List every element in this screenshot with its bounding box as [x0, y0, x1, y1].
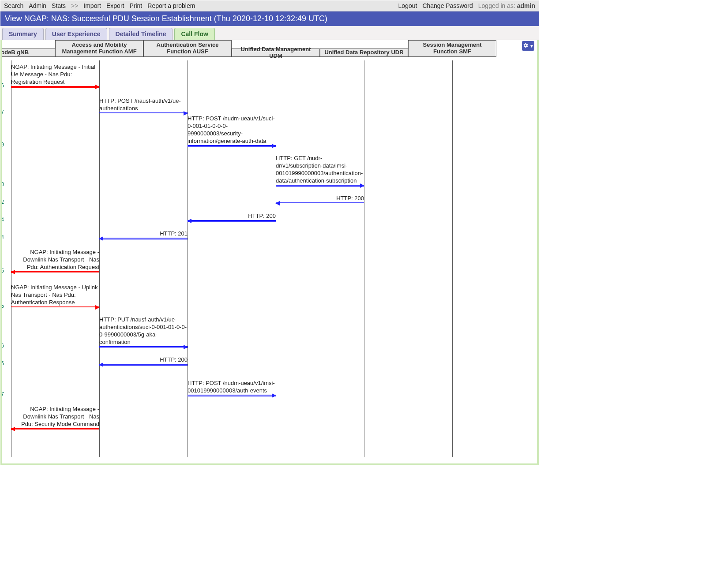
timestamp: 12:32:49.470 [2, 181, 6, 187]
column-headers: gNodeB gNBAccess and Mobility Management… [2, 40, 537, 60]
message-label: NGAP: Initiating Message - Uplink Nas Tr… [11, 284, 99, 306]
arrow-left-icon [99, 364, 188, 366]
message-label: NGAP: Initiating Message - Downlink Nas … [11, 249, 99, 271]
page-title: View NGAP: NAS: Successful PDU Session E… [0, 11, 539, 26]
arrow-right-icon [99, 112, 188, 115]
arrow-right-icon [188, 145, 276, 148]
message-10[interactable]: HTTP: 200 [99, 356, 188, 366]
column-header-gnb[interactable]: gNodeB gNB [2, 49, 55, 57]
message-5[interactable]: HTTP: 200 [188, 212, 276, 223]
menu-export[interactable]: Export [106, 2, 124, 9]
lifeline [364, 60, 364, 457]
message-label: HTTP: 200 [188, 213, 276, 220]
message-label: HTTP: 201 [99, 230, 188, 238]
message-6[interactable]: HTTP: 201 [99, 230, 188, 240]
menu-import[interactable]: Import [83, 2, 101, 9]
menu-stats[interactable]: Stats [52, 2, 66, 9]
column-header-ausf[interactable]: Authentication Service Function AUSF [143, 40, 232, 57]
message-4[interactable]: HTTP: 200 [276, 194, 364, 205]
message-1[interactable]: HTTP: POST /nausf-auth/v1/ue-authenticat… [99, 96, 188, 115]
gear-icon [522, 42, 529, 50]
tab-user-experience[interactable]: User Experience [45, 28, 107, 40]
message-0[interactable]: NGAP: Initiating Message - Initial Ue Me… [11, 62, 99, 89]
menu-print[interactable]: Print [129, 2, 142, 9]
column-header-udm[interactable]: Unified Data Management UDM [232, 49, 320, 57]
horizontal-scroll[interactable]: gNodeB gNBAccess and Mobility Management… [2, 40, 537, 463]
message-3[interactable]: HTTP: GET /nudr-dr/v1/subscription-data/… [276, 154, 364, 187]
message-label: HTTP: POST /nudm-ueau/v1/imsi-0010199900… [188, 380, 276, 395]
message-label: HTTP: POST /nausf-auth/v1/ue-authenticat… [99, 97, 188, 112]
timestamp: 12:32:49.466 [2, 82, 6, 89]
tab-call-flow[interactable]: Call Flow [174, 28, 214, 40]
timestamp: 12:32:49.469 [2, 142, 6, 148]
arrow-left-icon [11, 271, 99, 274]
arrow-right-icon [188, 395, 276, 397]
message-label: HTTP: PUT /nausf-auth/v1/ue-authenticati… [99, 316, 188, 346]
tab-detailed-timeline[interactable]: Detailed Timeline [109, 28, 173, 40]
message-7[interactable]: NGAP: Initiating Message - Downlink Nas … [11, 247, 99, 274]
message-label: HTTP: GET /nudr-dr/v1/subscription-data/… [276, 155, 364, 185]
message-label: HTTP: POST /nudm-ueau/v1/suci-0-001-01-0… [188, 115, 276, 145]
tab-summary[interactable]: Summary [2, 28, 44, 40]
logged-in-label: Logged in as: admin [478, 2, 535, 9]
menu-logout[interactable]: Logout [398, 2, 417, 9]
message-11[interactable]: HTTP: POST /nudm-ueau/v1/imsi-0010199900… [188, 378, 276, 397]
menu-change-password[interactable]: Change Password [422, 2, 473, 9]
column-header-amf[interactable]: Access and Mobility Management Function … [55, 40, 143, 57]
column-header-udr[interactable]: Unified Data Repository UDR [320, 49, 408, 57]
lifeline [99, 60, 100, 457]
arrow-right-icon [99, 346, 188, 349]
arrow-right-icon [11, 86, 99, 89]
top-menu: Search Admin Stats >> Import Export Prin… [0, 0, 539, 11]
call-flow-pane: ▼ gNodeB gNBAccess and Mobility Manageme… [0, 40, 539, 465]
menu-more[interactable]: >> [71, 2, 78, 9]
menu-search[interactable]: Search [4, 2, 23, 9]
settings-button[interactable]: ▼ [522, 41, 534, 51]
arrow-right-icon [276, 185, 364, 187]
menu-report[interactable]: Report a problem [147, 2, 195, 9]
menu-admin[interactable]: Admin [29, 2, 46, 9]
message-label: HTTP: 200 [276, 195, 364, 202]
message-8[interactable]: NGAP: Initiating Message - Uplink Nas Tr… [11, 283, 99, 309]
message-2[interactable]: HTTP: POST /nudm-ueau/v1/suci-0-001-01-0… [188, 121, 276, 148]
column-header-smf[interactable]: Session Management Function SMF [408, 40, 496, 57]
message-label: NGAP: Initiating Message - Initial Ue Me… [11, 64, 99, 86]
tab-bar: Summary User Experience Detailed Timelin… [0, 26, 539, 40]
timestamp: 12:32:49.474 [2, 234, 6, 240]
message-9[interactable]: HTTP: PUT /nausf-auth/v1/ue-authenticati… [99, 322, 188, 349]
timestamp: 12:32:49.472 [2, 199, 6, 205]
timestamp: 12:32:49.477 [2, 391, 6, 397]
message-label: HTTP: 200 [99, 356, 188, 364]
arrow-left-icon [11, 428, 99, 431]
timestamp: 12:32:49.475 [2, 268, 6, 274]
lifeline [452, 60, 453, 457]
timestamp: 12:32:49.476 [2, 343, 6, 349]
lifeline [276, 60, 276, 457]
timestamp: 12:32:49.476 [2, 360, 6, 366]
arrow-right-icon [11, 306, 99, 309]
arrow-left-icon [99, 238, 188, 240]
message-label: NGAP: Initiating Message - Downlink Nas … [11, 406, 99, 428]
sequence-chart: 12:32:49.46612:32:49.46712:32:49.46912:3… [2, 60, 537, 457]
chevron-down-icon: ▼ [529, 44, 534, 49]
arrow-left-icon [276, 202, 364, 205]
arrow-left-icon [188, 220, 276, 223]
message-12[interactable]: NGAP: Initiating Message - Downlink Nas … [11, 404, 99, 431]
timestamp: 12:32:49.474 [2, 217, 6, 223]
vertical-scroll[interactable]: 12:32:49.46612:32:49.46712:32:49.46912:3… [2, 60, 537, 457]
timestamp: 12:32:49.475 [2, 303, 6, 309]
timestamp: 12:32:49.467 [2, 109, 6, 115]
